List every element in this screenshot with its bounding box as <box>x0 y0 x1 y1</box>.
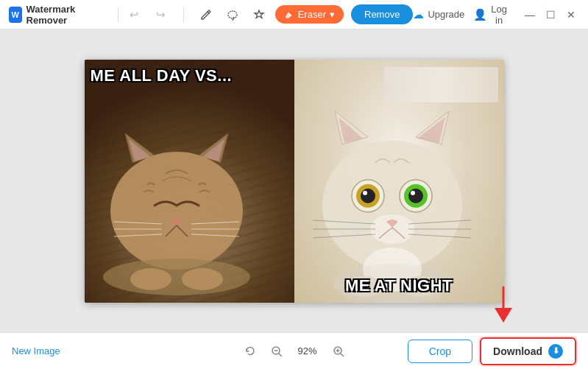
zoom-in-button[interactable] <box>330 342 347 360</box>
alert-cat-svg <box>298 74 500 303</box>
toolbar-divider-2 <box>183 7 184 22</box>
svg-line-34 <box>279 354 282 356</box>
minimize-button[interactable]: — <box>522 7 538 23</box>
new-image-button[interactable]: New Image <box>12 345 60 356</box>
reset-zoom-button[interactable] <box>241 342 259 360</box>
bottom-left: New Image <box>12 345 60 356</box>
lasso-button[interactable] <box>222 4 243 25</box>
meme-left-text: ME ALL DAY VS... <box>91 67 288 85</box>
meme-left-panel: ME ALL DAY VS... <box>85 60 294 303</box>
svg-point-0 <box>228 11 237 18</box>
user-icon: 👤 <box>473 8 487 21</box>
upgrade-button[interactable]: ☁ Upgrade <box>413 8 464 21</box>
meme-right-text: ME AT NIGHT <box>300 277 498 295</box>
watermark-removed-area <box>384 67 498 102</box>
sleeping-cat-svg <box>92 82 283 295</box>
bottom-center-controls: 92% <box>241 342 347 360</box>
svg-point-8 <box>103 259 250 295</box>
toolbar-divider-1 <box>118 7 118 22</box>
meme-image: ME ALL DAY VS... <box>85 60 504 303</box>
app-name: Watermark Remover <box>26 4 100 26</box>
remove-label: Remove <box>364 9 400 20</box>
zoom-value: 92% <box>294 345 321 356</box>
login-label: Log in <box>491 4 507 26</box>
zoom-out-button[interactable] <box>268 342 286 360</box>
svg-point-10 <box>182 268 223 290</box>
bottom-right-buttons: Crop Download ⬇ <box>408 337 576 365</box>
maximize-button[interactable]: ☐ <box>542 7 559 23</box>
eraser-chevron: ▾ <box>330 9 335 20</box>
login-button[interactable]: 👤 Log in <box>473 4 507 26</box>
upgrade-icon: ☁ <box>413 8 424 21</box>
titlebar: W Watermark Remover ↩ ↪ <box>0 0 588 29</box>
svg-point-14 <box>361 189 375 203</box>
download-button[interactable]: Download ⬇ <box>480 337 576 365</box>
new-image-label: New Image <box>12 345 60 356</box>
svg-point-18 <box>408 189 423 203</box>
download-label: Download <box>493 345 542 357</box>
svg-point-15 <box>363 191 367 195</box>
eraser-icon <box>284 10 294 20</box>
crop-button[interactable]: Crop <box>408 340 472 363</box>
redo-button[interactable]: ↪ <box>151 4 171 25</box>
bottom-bar: New Image 92% <box>0 332 588 369</box>
svg-point-22 <box>370 214 414 244</box>
svg-point-19 <box>411 191 415 195</box>
star-button[interactable] <box>249 4 269 25</box>
pen-button[interactable] <box>196 4 216 25</box>
remove-button[interactable]: Remove <box>351 4 413 24</box>
svg-point-9 <box>130 268 171 290</box>
close-button[interactable]: ✕ <box>563 7 579 23</box>
app-logo-icon: W <box>9 7 22 23</box>
toolbar-icons: ↩ ↪ <box>124 4 269 25</box>
svg-line-37 <box>341 354 344 356</box>
canvas-area: ME ALL DAY VS... <box>0 29 588 332</box>
lasso-icon <box>227 9 238 21</box>
pen-icon <box>200 9 212 21</box>
upgrade-label: Upgrade <box>428 9 464 20</box>
eraser-button[interactable]: Eraser ▾ <box>275 5 344 24</box>
meme-right-panel: ME AT NIGHT <box>294 60 504 303</box>
star-icon <box>253 9 265 21</box>
titlebar-right: ☁ Upgrade 👤 Log in — ☐ ✕ <box>413 4 579 26</box>
zoom-out-icon <box>271 345 283 357</box>
zoom-in-icon <box>333 345 344 357</box>
download-icon: ⬇ <box>548 344 563 359</box>
window-controls: — ☐ ✕ <box>522 7 579 23</box>
reset-icon <box>244 345 256 357</box>
eraser-label: Eraser <box>298 9 326 20</box>
crop-label: Crop <box>429 345 451 357</box>
undo-button[interactable]: ↩ <box>124 4 145 25</box>
app-logo: W Watermark Remover <box>9 4 100 26</box>
